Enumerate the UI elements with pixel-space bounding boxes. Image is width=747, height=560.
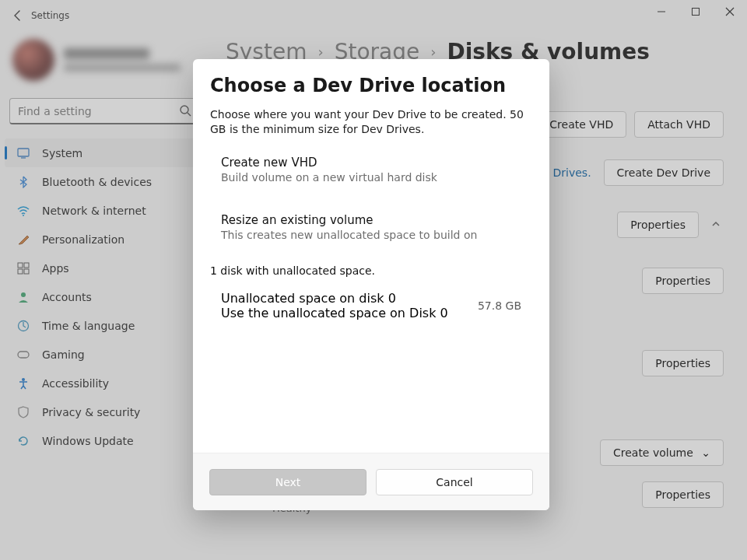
option-create-new-vhd[interactable]: Create new VHD Build volume on a new vir… [210,145,532,194]
option-unallocated-disk0[interactable]: Unallocated space on disk 0 Use the unal… [210,282,532,330]
option-resize-volume[interactable]: Resize an existing volume This creates n… [210,202,532,252]
option-title: Unallocated space on disk 0 [221,291,448,306]
modal-subtitle: Choose where you want your Dev Drive to … [210,107,532,137]
option-desc: Use the unallocated space on Disk 0 [221,306,448,320]
cancel-button[interactable]: Cancel [376,469,533,495]
next-button[interactable]: Next [209,469,366,495]
modal-title: Choose a Dev Drive location [210,75,532,96]
option-title: Resize an existing volume [221,213,521,227]
disk-size: 57.8 GB [478,299,521,312]
dev-drive-location-modal: Choose a Dev Drive location Choose where… [193,59,549,510]
option-title: Create new VHD [221,156,521,170]
unallocated-section-label: 1 disk with unallocated space. [210,264,532,277]
option-desc: This creates new unallocated space to bu… [221,229,521,241]
option-desc: Build volume on a new virtual hard disk [221,171,521,184]
